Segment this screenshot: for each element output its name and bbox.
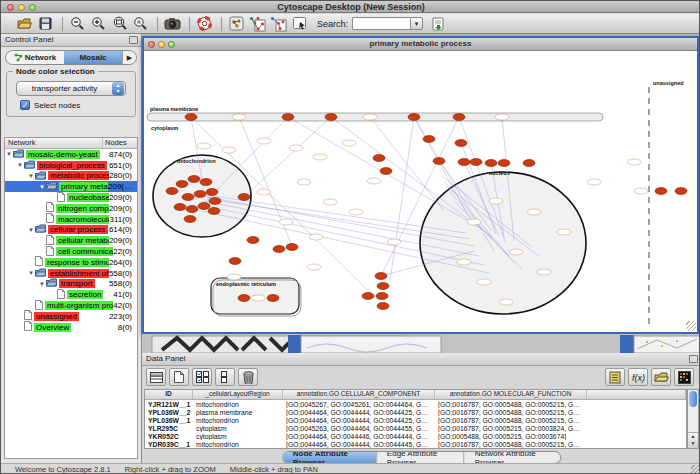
- select-nodes-row[interactable]: ✓ Select nodes: [20, 100, 130, 110]
- table-cell[interactable]: YPL036W__2: [145, 409, 193, 416]
- table-row[interactable]: YLR295Ccytoplasm[GO:0045263, GO:0044464,…: [145, 424, 686, 432]
- network-canvas[interactable]: plasma membrane cytoplasm mitochondrion …: [144, 51, 697, 332]
- delete-attribute-icon[interactable]: [238, 368, 258, 386]
- attribute-list-icon[interactable]: [605, 368, 625, 386]
- tree-row[interactable]: ▼transport558(0): [5, 279, 137, 290]
- tree-row[interactable]: macromolecule311(0): [5, 214, 137, 225]
- vizmapper-icon[interactable]: [227, 15, 246, 32]
- expand-triangle-icon[interactable]: ▼: [27, 227, 35, 233]
- table-cell[interactable]: [GO:0016787, GO:0005215, GO:0003824, G…: [435, 425, 587, 432]
- table-cell[interactable]: YKR052C: [145, 433, 193, 440]
- tree-row[interactable]: ▼mosaic-demo-yeast874(0): [5, 149, 137, 160]
- zoom-out-icon[interactable]: [68, 15, 87, 32]
- expand-triangle-icon[interactable]: ▼: [27, 270, 35, 276]
- expand-triangle-icon[interactable]: ▼: [27, 173, 35, 179]
- col-cellular-component[interactable]: annotation.GO CELLULAR_COMPONENT: [283, 390, 435, 399]
- unselect-attributes-icon[interactable]: [215, 368, 235, 386]
- tree-row[interactable]: nucleobase-209(0): [5, 192, 137, 203]
- float-panel-icon[interactable]: [129, 36, 138, 44]
- table-row[interactable]: YPL036W__2plasma membrane[GO:0044464, GO…: [145, 408, 686, 416]
- select-nodes-checkbox[interactable]: ✓: [20, 100, 30, 110]
- col-region[interactable]: _cellularLayoutRegion: [193, 390, 283, 399]
- table-cell[interactable]: [GO:0045263, GO:0044464, GO:0044455, G…: [283, 425, 435, 432]
- table-cell[interactable]: mitochondrion: [193, 441, 283, 448]
- table-cell[interactable]: YJR121W__1: [145, 401, 193, 408]
- tab-node-attribute-browser[interactable]: Node Attribute Browser: [283, 452, 377, 463]
- tree-row[interactable]: secretion41(0): [5, 289, 137, 300]
- zoom-selected-icon[interactable]: [131, 15, 150, 32]
- expand-triangle-icon[interactable]: ▼: [38, 184, 46, 190]
- zoom-in-icon[interactable]: [89, 15, 108, 32]
- table-cell[interactable]: [GO:0016787, GO:0005488, GO:0005215, G…: [435, 441, 587, 448]
- attribute-table-icon[interactable]: [146, 368, 166, 386]
- col-id[interactable]: ID: [145, 390, 193, 399]
- expand-triangle-icon[interactable]: ▼: [16, 162, 24, 168]
- search-input[interactable]: [352, 17, 410, 30]
- table-row[interactable]: YDR039C__1mitochondrion[GO:0044464, GO:0…: [145, 440, 686, 448]
- tab-network[interactable]: Network: [6, 51, 64, 64]
- network-label-nodes[interactable]: [197, 114, 648, 305]
- tree-row[interactable]: nitrogen compo209(0): [5, 203, 137, 214]
- help-icon[interactable]: [195, 15, 214, 32]
- float-data-panel-icon[interactable]: [689, 355, 698, 363]
- table-cell[interactable]: [GO:0045267, GO:0045261, GO:0044464, G…: [283, 401, 435, 408]
- tree-row[interactable]: cellular metabo209(0): [5, 235, 137, 246]
- expand-triangle-icon[interactable]: ▼: [38, 281, 46, 287]
- app-resize-grip[interactable]: [691, 465, 700, 474]
- tab-edge-attribute-browser[interactable]: Edge Attribute Browser: [377, 452, 465, 463]
- window-resize-grip[interactable]: [686, 321, 696, 331]
- table-cell[interactable]: cytoplasm: [193, 433, 283, 440]
- table-cell[interactable]: [GO:0016787, GO:0005488, GO:0005215, G…: [435, 417, 587, 424]
- table-cell[interactable]: [GO:0016787, GO:0005488, GO:0005215, G…: [435, 409, 587, 416]
- scrollbar-thumb[interactable]: [689, 391, 697, 407]
- network-view-window[interactable]: primary metabolic process plasma membran…: [142, 36, 699, 334]
- table-cell[interactable]: mitochondrion: [193, 417, 283, 424]
- zoom-fit-icon[interactable]: [110, 15, 129, 32]
- tab-network-attribute-browser[interactable]: Network Attribute Browser: [465, 452, 561, 463]
- table-cell[interactable]: [GO:0044464, GO:0044444, GO:0044425, G…: [283, 417, 435, 424]
- tree-header[interactable]: Network Nodes: [5, 138, 137, 149]
- table-cell[interactable]: [GO:0044464, GO:0044446, GO:0044444, G…: [283, 433, 435, 440]
- expand-triangle-icon[interactable]: ▼: [5, 151, 13, 157]
- table-cell[interactable]: YPL036W__1: [145, 417, 193, 424]
- table-vertical-scrollbar[interactable]: ▲▼: [687, 389, 699, 449]
- table-cell[interactable]: plasma membrane: [193, 409, 283, 416]
- tree-row[interactable]: ▼biological_process651(0): [5, 160, 137, 171]
- open-icon[interactable]: [15, 15, 34, 32]
- table-cell[interactable]: [GO:0044464, GO:0044444, GO:0044425, G…: [283, 409, 435, 416]
- attribute-import-icon[interactable]: [429, 15, 448, 32]
- table-cell[interactable]: mitochondrion: [193, 401, 283, 408]
- scrollbar-arrows[interactable]: ▲▼: [688, 432, 698, 448]
- tree-row[interactable]: response to stimul264(0): [5, 257, 137, 268]
- background-windows[interactable]: [142, 334, 700, 353]
- table-row[interactable]: YPL036W__1mitochondrion[GO:0044464, GO:0…: [145, 416, 686, 424]
- tree-row[interactable]: ▼cellular process614(0): [5, 225, 137, 236]
- tree-row[interactable]: Overview8(0): [5, 322, 137, 333]
- formula-icon[interactable]: f(x): [628, 368, 648, 386]
- import-attributes-icon[interactable]: [651, 368, 671, 386]
- table-cell[interactable]: YLR295C: [145, 425, 193, 432]
- search-dropdown-icon[interactable]: ▾: [410, 17, 423, 30]
- tree-row[interactable]: multi-organism pro42(0): [5, 300, 137, 311]
- tree-row[interactable]: cell communicat22(0): [5, 246, 137, 257]
- tree-row[interactable]: ▼primary metabo209(…: [5, 181, 137, 192]
- tree-row[interactable]: ▼metabolic process280(0): [5, 171, 137, 182]
- attribute-table-header[interactable]: ID _cellularLayoutRegion annotation.GO C…: [145, 390, 686, 400]
- tab-mosaic[interactable]: Mosaic: [64, 51, 122, 64]
- attribute-dropdown[interactable]: transporter activity ▲▼: [16, 81, 126, 96]
- tree-row[interactable]: unassigned223(0): [5, 311, 137, 322]
- new-attribute-icon[interactable]: [169, 368, 189, 386]
- col-molecular-function[interactable]: annotation.GO MOLECULAR_FUNCTION: [435, 390, 587, 399]
- annotation-icon[interactable]: [290, 15, 309, 32]
- select-attributes-icon[interactable]: [192, 368, 212, 386]
- network-merge-icon[interactable]: [248, 15, 267, 32]
- save-icon[interactable]: [36, 15, 55, 32]
- table-cell[interactable]: [GO:0044464, GO:0044444, GO:0044445, G…: [283, 441, 435, 448]
- snapshot-icon[interactable]: [163, 15, 182, 32]
- table-row[interactable]: YKR052Ccytoplasm[GO:0044464, GO:0044446,…: [145, 432, 686, 440]
- table-cell[interactable]: YDR039C__1: [145, 441, 193, 448]
- table-cell[interactable]: cytoplasm: [193, 425, 283, 432]
- table-row[interactable]: YJR121W__1mitochondrion[GO:0045267, GO:0…: [145, 400, 686, 408]
- network-overlay-icon[interactable]: [269, 15, 288, 32]
- matrix-icon[interactable]: [674, 368, 694, 386]
